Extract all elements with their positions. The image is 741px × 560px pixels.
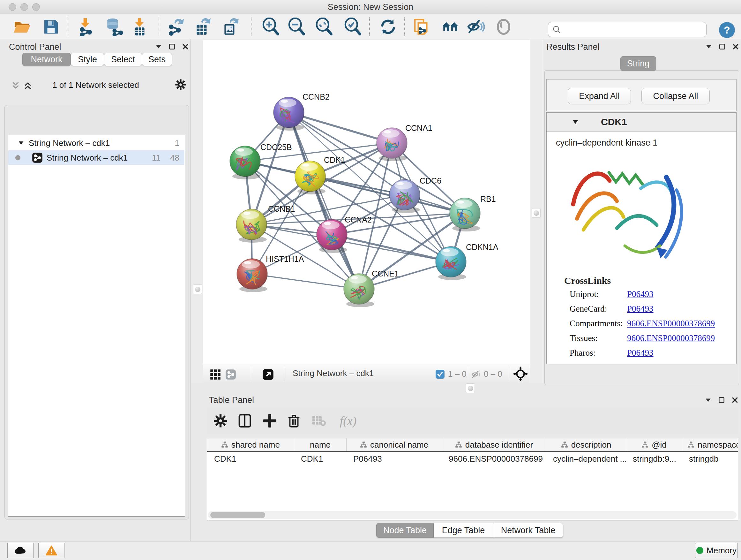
collapse-all-networks-icon[interactable]	[23, 81, 32, 90]
close-panel-icon[interactable]	[182, 43, 189, 50]
export-view-icon[interactable]	[262, 369, 274, 380]
node-table[interactable]: shared namenamecanonical namedatabase id…	[207, 438, 738, 520]
network-node-RB1[interactable]: RB1	[450, 194, 496, 232]
import-table-from-file-button[interactable]	[130, 17, 150, 37]
expand-all-button[interactable]: Expand All	[568, 88, 631, 105]
tab-node-table[interactable]: Node Table	[376, 523, 434, 538]
column-header-name[interactable]: name	[294, 438, 346, 451]
apply-function-button[interactable]: f(x)	[334, 412, 362, 430]
table-cell[interactable]: CDK1	[294, 452, 346, 466]
column-header-description[interactable]: description	[546, 438, 626, 451]
table-cell[interactable]: cyclin–dependent ...	[546, 452, 626, 466]
zoom-fit-button[interactable]	[314, 17, 334, 37]
cloud-status-button[interactable]	[7, 543, 33, 558]
horizontal-splitter-handle[interactable]	[466, 383, 475, 393]
clone-network-button[interactable]	[412, 17, 432, 37]
show-all-button[interactable]	[494, 17, 514, 37]
memory-button[interactable]: Memory	[695, 543, 738, 558]
column-header-id[interactable]: @id	[626, 438, 682, 451]
network-view-canvas[interactable]: CCNB2CCNA1CDC25BCDK1CDC6RB1CCNB1CCNA2CDK…	[203, 40, 530, 364]
gene-card-header[interactable]: CDK1	[547, 113, 736, 132]
table-cell[interactable]: CDK1	[207, 452, 294, 466]
selected-checkbox-icon[interactable]	[435, 369, 445, 379]
search-input[interactable]	[562, 24, 700, 35]
first-neighbors-button[interactable]	[441, 17, 460, 37]
tab-edge-table[interactable]: Edge Table	[434, 523, 493, 538]
collapse-panel-icon[interactable]	[705, 43, 712, 50]
delete-table-button[interactable]	[310, 412, 328, 430]
float-panel-icon[interactable]	[719, 43, 726, 50]
column-header-sharedname[interactable]: shared name	[207, 438, 294, 451]
create-column-button[interactable]	[260, 412, 279, 430]
crosslink-link[interactable]: 9606.ENSP00000378699	[627, 333, 715, 343]
network-node-CCNB1[interactable]: CCNB1	[236, 204, 295, 243]
table-row[interactable]: CDK1CDK1P064939606.ENSP00000378699cyclin…	[207, 452, 738, 466]
collapse-panel-icon[interactable]	[155, 43, 162, 50]
column-header-databaseidentifier[interactable]: database identifier	[442, 438, 546, 451]
delete-column-button[interactable]	[285, 412, 303, 430]
column-header-namespace[interactable]: namespace	[682, 438, 738, 451]
network-options-gear-icon[interactable]	[175, 79, 186, 90]
zoom-selected-button[interactable]	[343, 17, 362, 37]
export-network-button[interactable]	[166, 17, 186, 37]
table-cell[interactable]: stringdb:9...	[626, 452, 682, 466]
help-button[interactable]: ?	[719, 22, 735, 38]
tab-style[interactable]: Style	[71, 53, 104, 66]
open-session-button[interactable]	[12, 17, 31, 37]
table-cell[interactable]: P06493	[346, 452, 442, 466]
right-splitter-handle[interactable]	[532, 208, 541, 218]
import-table-from-database-button[interactable]	[104, 17, 124, 37]
collapse-all-button[interactable]: Collapse All	[642, 88, 710, 105]
network-node-HIST1H1A[interactable]: HIST1H1A	[237, 254, 304, 292]
tab-sets[interactable]: Sets	[142, 53, 172, 66]
crosslink-link[interactable]: P06493	[627, 348, 654, 358]
zoom-out-button[interactable]	[286, 17, 307, 37]
float-panel-icon[interactable]	[169, 43, 176, 50]
table-cell[interactable]: 9606.ENSP00000378699	[442, 452, 546, 466]
float-panel-icon[interactable]	[718, 396, 725, 403]
network-node-CDKN1A[interactable]: CDKN1A	[435, 243, 498, 280]
expand-all-networks-icon[interactable]	[11, 81, 20, 90]
collapse-panel-icon[interactable]	[704, 396, 712, 403]
left-splitter[interactable]	[191, 39, 203, 383]
network-node-CCNA2[interactable]: CCNA2	[317, 215, 372, 253]
export-image-button[interactable]	[220, 17, 240, 37]
network-collection-row[interactable]: String Network – cdk1 1	[8, 136, 185, 150]
table-horizontal-scrollbar[interactable]	[208, 511, 737, 519]
scrollbar-thumb[interactable]	[210, 512, 265, 518]
network-edge-CCNB2-CCNA1[interactable]	[289, 112, 392, 143]
network-edge-HIST1H1A-CCNE1[interactable]	[252, 274, 359, 289]
collection-expander-icon[interactable]	[18, 140, 24, 146]
tab-string-results[interactable]: String	[620, 56, 656, 71]
column-header-canonicalname[interactable]: canonical name	[346, 438, 442, 451]
delete-table-icon	[312, 415, 326, 427]
tab-select[interactable]: Select	[104, 53, 142, 66]
gene-card-expander-icon[interactable]	[571, 118, 579, 126]
help-icon: ?	[724, 24, 730, 36]
table-cell[interactable]: stringdb	[682, 452, 738, 466]
network-edge-CCNA2-CDKN1A[interactable]	[332, 235, 451, 262]
crosslink-link[interactable]: P06493	[627, 304, 654, 314]
left-splitter-handle[interactable]	[193, 285, 202, 294]
network-share-icon[interactable]	[225, 369, 236, 380]
crosslink-link[interactable]: P06493	[627, 289, 654, 299]
network-row-selected[interactable]: String Network – cdk1 11 48	[8, 150, 185, 165]
tab-network-table[interactable]: Network Table	[493, 523, 563, 538]
hide-selected-button[interactable]	[466, 17, 485, 37]
network-edge-CDK1-RB1[interactable]	[310, 176, 465, 213]
crosslink-link[interactable]: 9606.ENSP00000378699	[627, 319, 715, 328]
zoom-in-button[interactable]	[261, 17, 280, 37]
show-columns-button[interactable]	[235, 412, 254, 430]
network-node-CCNB2[interactable]: CCNB2	[273, 92, 330, 131]
import-network-button[interactable]	[76, 17, 96, 37]
close-panel-icon[interactable]	[732, 43, 739, 50]
fit-content-crosshair-icon[interactable]	[513, 367, 528, 381]
refresh-view-button[interactable]	[378, 17, 398, 37]
close-panel-icon[interactable]	[731, 396, 738, 403]
table-options-button[interactable]	[211, 412, 230, 430]
tab-network[interactable]: Network	[22, 53, 71, 66]
birds-eye-grid-icon[interactable]	[210, 369, 221, 380]
save-session-button[interactable]	[41, 17, 61, 37]
export-table-button[interactable]	[193, 17, 212, 37]
warnings-button[interactable]	[38, 543, 64, 558]
